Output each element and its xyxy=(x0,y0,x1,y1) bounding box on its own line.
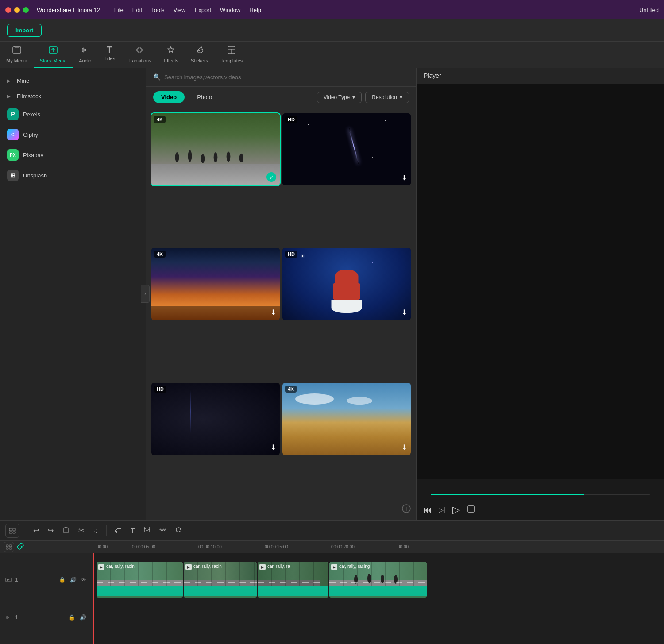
video-clip-4[interactable]: ▶ car, rally, racing xyxy=(329,562,427,598)
media-thumb-5[interactable]: HD ⬇ xyxy=(151,383,280,455)
import-button[interactable]: Import xyxy=(7,24,42,37)
step-forward-btn[interactable]: ▷| xyxy=(439,506,445,513)
filter-video-btn[interactable]: Video xyxy=(153,91,185,103)
maximize-btn[interactable] xyxy=(23,7,29,13)
svg-rect-37 xyxy=(258,580,320,586)
equalizer-btn[interactable] xyxy=(141,524,153,537)
media-thumb-3[interactable]: 4K ⬇ xyxy=(151,248,280,320)
info-btn[interactable]: i xyxy=(402,504,411,515)
svg-point-9 xyxy=(214,152,218,162)
tab-audio[interactable]: Audio xyxy=(73,42,97,68)
ruler-5: 00:00 xyxy=(398,544,424,549)
download-btn-2[interactable]: ⬇ xyxy=(401,174,407,182)
pexels-icon: P xyxy=(7,108,19,120)
video-clip-1[interactable]: ▶ car, rally, racin xyxy=(97,562,183,598)
window-controls[interactable] xyxy=(5,7,29,13)
redo-btn[interactable]: ↪ xyxy=(45,524,56,536)
menu-help[interactable]: Help xyxy=(249,7,261,13)
clip-2-bar xyxy=(184,586,257,596)
text-btn[interactable]: T xyxy=(128,525,137,536)
sidebar-item-pixabay[interactable]: PX Pixabay xyxy=(0,145,146,165)
app-name: Wondershare Filmora 12 xyxy=(37,7,100,13)
waveform-btn[interactable] xyxy=(157,524,169,537)
delete-btn[interactable] xyxy=(60,524,72,537)
svg-rect-17 xyxy=(13,528,15,531)
video-volume-btn[interactable]: 🔊 xyxy=(69,576,77,584)
scissors-btn[interactable]: ✂ xyxy=(76,524,87,536)
tab-effects[interactable]: Effects xyxy=(158,42,185,68)
sidebar-item-giphy[interactable]: G Giphy xyxy=(0,124,146,145)
video-clip-2[interactable]: ▶ car, rally, racin xyxy=(184,562,257,598)
tab-templates[interactable]: Templates xyxy=(214,42,249,68)
audio-icon xyxy=(80,45,90,56)
content-area: 🔍 ··· Video Photo Video Type ▾ Resolutio… xyxy=(146,68,416,520)
download-btn-6[interactable]: ⬇ xyxy=(401,443,407,451)
download-btn-3[interactable]: ⬇ xyxy=(270,308,276,316)
tab-titles[interactable]: T Titles xyxy=(97,42,121,68)
tab-transitions-label: Transitions xyxy=(127,58,151,63)
collapse-sidebar-btn[interactable]: ‹ xyxy=(141,285,150,303)
video-lock-btn[interactable]: 🔒 xyxy=(58,576,66,584)
stickers-icon xyxy=(195,45,205,56)
tab-stock-media[interactable]: Stock Media xyxy=(34,42,73,68)
video-type-dropdown[interactable]: Video Type ▾ xyxy=(317,92,362,103)
media-thumb-2[interactable]: HD ⬇ xyxy=(282,113,411,185)
video-eye-btn[interactable]: 👁 xyxy=(80,576,87,584)
tag-btn[interactable]: 🏷 xyxy=(112,525,124,536)
sidebar-mine-label: Mine xyxy=(17,77,29,84)
left-sidebar: ▶ Mine ▶ Filmstock P Pexels G Giphy PX xyxy=(0,68,146,520)
player-progress-bar[interactable] xyxy=(431,494,650,495)
player-content: ⏮ ▷| ▷ xyxy=(417,84,664,520)
clip-2-label: car, rally, racin xyxy=(193,564,222,569)
svg-point-6 xyxy=(175,152,179,162)
media-thumb-1[interactable]: 4K ✓ xyxy=(151,113,280,185)
player-panel: Player ⏮ ▷| ▷ xyxy=(416,68,664,520)
audio-track-content xyxy=(93,606,664,629)
prev-frame-btn[interactable]: ⏮ xyxy=(424,505,432,515)
video-clip-3[interactable]: ▶ car, rally, ra xyxy=(258,562,328,598)
sidebar-item-pexels[interactable]: P Pexels xyxy=(0,104,146,124)
link-btn[interactable] xyxy=(17,543,24,551)
fullscreen-btn[interactable] xyxy=(467,505,475,515)
minimize-btn[interactable] xyxy=(14,7,20,13)
tab-transitions[interactable]: Transitions xyxy=(121,42,157,68)
svg-rect-39 xyxy=(329,580,427,586)
svg-rect-25 xyxy=(146,530,148,531)
menu-tools[interactable]: Tools xyxy=(151,7,164,13)
svg-rect-28 xyxy=(6,548,8,549)
search-input[interactable] xyxy=(164,74,397,81)
menu-view[interactable]: View xyxy=(174,7,186,13)
player-controls: ⏮ ▷| ▷ xyxy=(417,500,664,520)
menu-export[interactable]: Export xyxy=(195,7,212,13)
music-note-btn[interactable]: ♫ xyxy=(90,525,101,536)
video-track-number: 1 xyxy=(15,577,18,583)
audio-volume-btn[interactable]: 🔊 xyxy=(79,613,87,621)
tab-stickers[interactable]: Stickers xyxy=(185,42,214,68)
undo-btn[interactable]: ↩ xyxy=(31,524,42,536)
more-options-btn[interactable]: ··· xyxy=(401,73,409,81)
clip-3-bar xyxy=(258,586,328,596)
sidebar-item-unsplash[interactable]: ⊞ Unsplash xyxy=(0,165,146,185)
audio-lock-btn[interactable]: 🔒 xyxy=(68,613,76,621)
clip-4-label: car, rally, racing xyxy=(339,564,370,569)
sidebar-item-mine[interactable]: ▶ Mine xyxy=(0,73,146,89)
pixabay-icon: PX xyxy=(7,149,19,161)
menu-file[interactable]: File xyxy=(114,7,124,13)
media-thumb-6[interactable]: 4K ⬇ xyxy=(282,383,411,455)
menu-edit[interactable]: Edit xyxy=(132,7,142,13)
add-track-left-btn[interactable] xyxy=(4,542,14,552)
sidebar-item-filmstock[interactable]: ▶ Filmstock xyxy=(0,89,146,104)
menu-window[interactable]: Window xyxy=(220,7,240,13)
playhead-line xyxy=(93,553,94,644)
tab-my-media[interactable]: My Media xyxy=(0,42,34,68)
filter-photo-btn[interactable]: Photo xyxy=(189,91,220,103)
close-btn[interactable] xyxy=(5,7,11,13)
media-thumb-4[interactable]: HD ⬇ xyxy=(282,248,411,320)
download-btn-4[interactable]: ⬇ xyxy=(401,308,407,316)
rotate-btn[interactable] xyxy=(173,524,185,537)
resolution-dropdown[interactable]: Resolution ▾ xyxy=(365,92,409,103)
timeline-ruler: 00:00 00:00:05:00 00:00:10:00 00:00:15:0… xyxy=(93,541,664,553)
download-btn-5[interactable]: ⬇ xyxy=(270,443,276,451)
add-track-btn[interactable] xyxy=(5,524,19,538)
play-btn[interactable]: ▷ xyxy=(452,504,460,516)
